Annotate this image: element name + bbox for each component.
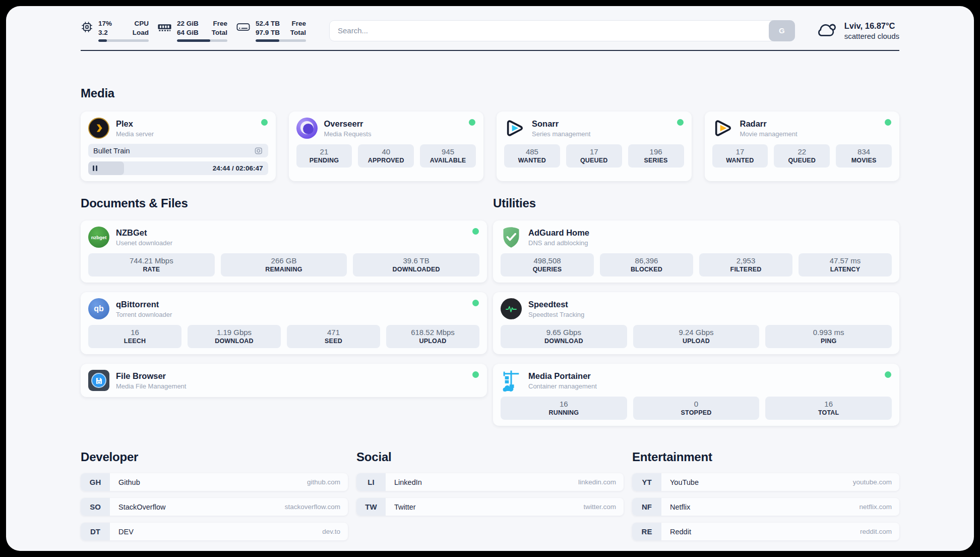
app-subtitle: DNS and adblocking bbox=[528, 239, 589, 247]
bookmark-link[interactable]: TW Twitter twitter.com bbox=[356, 498, 624, 516]
bookmark-link[interactable]: GH Github github.com bbox=[81, 473, 348, 491]
bookmark-name: LinkedIn bbox=[394, 478, 422, 486]
stat-row: 16 LEECH 1.19 Gbps DOWNLOAD 471 SE bbox=[88, 325, 479, 348]
app-title: Radarr bbox=[740, 119, 798, 129]
stat-value: 9.65 Gbps bbox=[503, 328, 625, 337]
stat-value: 16 bbox=[767, 400, 890, 408]
memory-free-value: 22 GiB bbox=[177, 19, 199, 28]
search-input[interactable] bbox=[329, 20, 795, 41]
bookmark-link[interactable]: RE Reddit reddit.com bbox=[632, 523, 899, 540]
bookmark-link[interactable]: YT YouTube youtube.com bbox=[632, 473, 899, 491]
disk-widget: 52.4 TB 97.9 TB Free Total bbox=[236, 19, 306, 42]
bookmark-abbr: RE bbox=[632, 523, 661, 540]
stat-label: QUEUED bbox=[776, 157, 828, 164]
google-search-button[interactable]: G bbox=[769, 20, 795, 41]
bookmark-name: DEV bbox=[118, 528, 134, 536]
bookmark-abbr: SO bbox=[81, 498, 110, 516]
stat-value: 471 bbox=[289, 328, 378, 337]
bookmark-link[interactable]: LI LinkedIn linkedin.com bbox=[356, 473, 624, 491]
stat-label: DOWNLOADED bbox=[355, 266, 477, 273]
bookmark-name: Twitter bbox=[394, 503, 416, 511]
stat-value: 618.52 Mbps bbox=[388, 328, 477, 337]
stat-box: 22 QUEUED bbox=[774, 144, 830, 168]
plex-icon bbox=[88, 118, 109, 139]
app-title: Sonarr bbox=[532, 119, 590, 129]
app-card-adguard[interactable]: AdGuard Home DNS and adblocking 498,508 … bbox=[493, 220, 899, 283]
weather-condition: scattered clouds bbox=[844, 32, 899, 40]
stat-value: 39.6 TB bbox=[355, 256, 477, 265]
bookmark-link[interactable]: DT DEV dev.to bbox=[81, 523, 348, 540]
bookmark-name: Github bbox=[118, 478, 140, 486]
bookmarks-developer: Developer GH Github github.com SO StackO… bbox=[81, 450, 348, 540]
app-subtitle: Media server bbox=[116, 130, 154, 138]
bookmark-list: YT YouTube youtube.com NF Netflix netfli… bbox=[632, 473, 899, 540]
stat-value: 9.24 Gbps bbox=[635, 328, 758, 337]
stat-value: 945 bbox=[422, 147, 474, 156]
weather-widget[interactable]: Lviv, 16.87°C scattered clouds bbox=[815, 20, 899, 41]
app-title: File Browser bbox=[116, 371, 186, 381]
memory-free-label: Free bbox=[212, 19, 227, 28]
documents-column: Documents & Files nzbget NZBGet Usenet d… bbox=[81, 196, 487, 397]
stat-box: 39.6 TB DOWNLOADED bbox=[353, 253, 479, 276]
stat-value: 17 bbox=[714, 147, 766, 156]
stat-label: FILTERED bbox=[701, 266, 790, 273]
cloud-icon bbox=[815, 20, 838, 41]
cpu-usage-value: 17% bbox=[98, 19, 112, 28]
stat-box: 1.19 Gbps DOWNLOAD bbox=[188, 325, 281, 348]
app-card-nzbget[interactable]: nzbget NZBGet Usenet downloader 744.21 M… bbox=[81, 220, 487, 283]
stat-value: 0.993 ms bbox=[767, 328, 890, 337]
bookmark-url: github.com bbox=[307, 478, 340, 486]
app-subtitle: Series management bbox=[532, 130, 590, 138]
adguard-icon bbox=[501, 227, 522, 248]
app-card-overseerr[interactable]: Overseerr Media Requests 21 PENDING 40 bbox=[289, 112, 484, 181]
bookmark-name: Netflix bbox=[670, 503, 690, 511]
app-card-portainer[interactable]: Media Portainer Container management 16 … bbox=[493, 364, 899, 426]
stat-box: 196 SERIES bbox=[628, 144, 684, 168]
app-card-sonarr[interactable]: Sonarr Series management 485 WANTED 17 bbox=[497, 112, 692, 181]
disk-free-label: Free bbox=[290, 19, 306, 28]
stat-label: UPLOAD bbox=[388, 338, 477, 345]
stat-label: RATE bbox=[90, 266, 213, 273]
stat-label: LATENCY bbox=[801, 266, 890, 273]
stat-box: 17 WANTED bbox=[712, 144, 768, 168]
stat-box: 618.52 Mbps UPLOAD bbox=[386, 325, 479, 348]
stat-row: 485 WANTED 17 QUEUED 196 SERIES bbox=[504, 144, 684, 168]
stat-value: 498,508 bbox=[503, 256, 592, 265]
stat-label: WANTED bbox=[506, 157, 558, 164]
memory-widget: 22 GiB 64 GiB Free Total bbox=[157, 19, 227, 42]
app-title: qBittorrent bbox=[116, 300, 172, 310]
bookmarks-entertainment: Entertainment YT YouTube youtube.com NF … bbox=[632, 450, 899, 540]
playback-time: 24:44 / 02:06:47 bbox=[213, 164, 268, 172]
playback-progress-row[interactable]: 24:44 / 02:06:47 bbox=[88, 161, 268, 175]
stat-value: 47.57 ms bbox=[801, 256, 890, 265]
nzbget-icon: nzbget bbox=[88, 227, 109, 248]
app-card-filebrowser[interactable]: File Browser Media File Management bbox=[81, 364, 487, 397]
stat-label: AVAILABLE bbox=[422, 157, 474, 164]
app-card-radarr[interactable]: Radarr Movie management 17 WANTED 22 bbox=[705, 112, 900, 181]
memory-total-label: Total bbox=[212, 28, 227, 37]
dashboard-panel: 17% 3.2 CPU Load bbox=[6, 6, 974, 551]
stat-label: PING bbox=[767, 338, 890, 345]
stat-value: 1.19 Gbps bbox=[190, 328, 279, 337]
weather-location-temp: Lviv, 16.87°C bbox=[844, 21, 899, 31]
media-card-grid: Plex Media server Bullet Train bbox=[81, 112, 899, 181]
stat-label: MOVIES bbox=[838, 157, 890, 164]
bookmark-link[interactable]: SO StackOverflow stackoverflow.com bbox=[81, 498, 348, 516]
status-online-dot bbox=[261, 119, 268, 126]
stat-label: QUERIES bbox=[503, 266, 592, 273]
bookmark-url: netflix.com bbox=[859, 503, 892, 511]
app-card-qbittorrent[interactable]: qb qBittorrent Torrent downloader 16 LEE… bbox=[81, 292, 487, 354]
bookmark-url: twitter.com bbox=[583, 503, 616, 511]
stat-label: QUEUED bbox=[568, 157, 620, 164]
app-card-speedtest[interactable]: Speedtest Speedtest Tracking 9.65 Gbps D… bbox=[493, 292, 899, 354]
bookmark-abbr: DT bbox=[81, 523, 110, 540]
playback-progress-fill bbox=[88, 161, 124, 175]
bookmark-link[interactable]: NF Netflix netflix.com bbox=[632, 498, 899, 516]
app-title: NZBGet bbox=[116, 228, 172, 238]
app-subtitle: Media File Management bbox=[116, 382, 186, 390]
stat-label: PENDING bbox=[298, 157, 350, 164]
disk-icon bbox=[236, 21, 251, 33]
stat-label: WANTED bbox=[714, 157, 766, 164]
app-subtitle: Container management bbox=[528, 382, 597, 390]
app-card-plex[interactable]: Plex Media server Bullet Train bbox=[81, 112, 276, 181]
